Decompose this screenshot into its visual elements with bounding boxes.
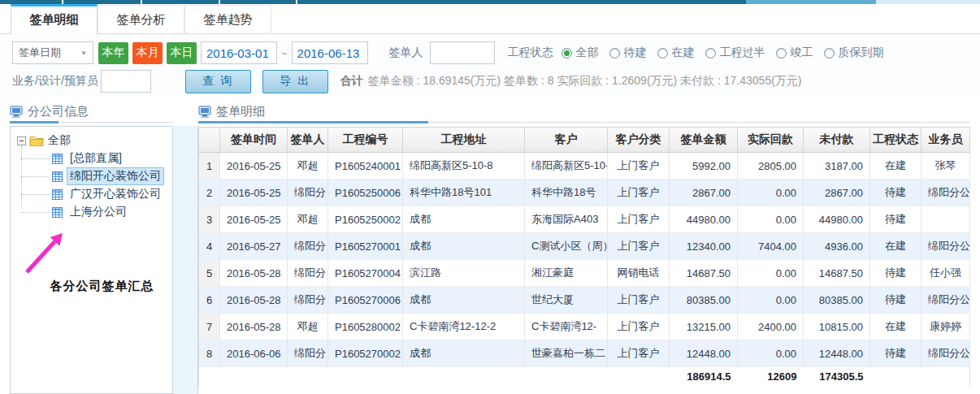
tree-item-company[interactable]: [总部直属] [21,149,172,167]
status-radio-option[interactable]: 在建 [657,45,695,60]
cell-signed-amount: 12448.00 [670,340,738,367]
cell-received: 7404.00 [738,233,804,260]
tree-root-all[interactable]: 全部 [48,133,71,148]
table-body: 1 2016-05-25 邓超 P1605240001 绵阳高新区5-10-8 … [199,153,970,367]
staff-input[interactable] [101,70,151,93]
signer-input[interactable] [430,41,495,64]
cell-project-no: P1605270001 [328,233,403,260]
cell-sign-date: 2016-05-28 [220,314,288,340]
col-signed-amount[interactable]: 签单金额 [670,128,738,153]
status-label: 工程状态 [508,45,553,60]
sidebar-title-text: 分公司信息 [28,104,89,119]
tree-item-company[interactable]: 广汉开心装饰公司 [21,185,172,203]
table-row[interactable]: 3 2016-05-25 邓超 P1605250002 成都 东海国际A403 … [199,206,970,233]
table-row[interactable]: 7 2016-05-28 邓超 P1605280002 C卡碧南湾12-12-2… [199,314,970,340]
summary-total-label: 合计 [340,74,363,89]
status-radio-option[interactable]: 竣工 [776,45,813,60]
col-unpaid[interactable]: 未付款 [804,128,870,153]
cell-sign-date: 2016-05-25 [220,206,288,233]
table-icon [52,154,63,164]
tab-sign-detail[interactable]: 签单明细 [11,4,98,34]
col-salesperson[interactable]: 业务员 [921,128,970,153]
table-row[interactable]: 1 2016-05-25 邓超 P1605240001 绵阳高新区5-10-8 … [199,153,970,180]
status-radio-option[interactable]: 待建 [609,45,647,60]
status-radio-option[interactable]: 工程过半 [705,45,765,60]
cell-salesperson: 张琴 [921,153,970,180]
table-row[interactable]: 5 2016-05-28 绵阳分 P1605270004 滨江路 湘江豪庭 网销… [199,260,970,287]
cell-customer-type: 上门客户 [608,287,670,314]
cell-signer: 邓超 [288,314,328,340]
cell-signed-amount: 14687.50 [670,260,738,287]
status-radio-option[interactable]: 质保到期 [824,45,884,60]
cell-rownum: 4 [199,233,220,260]
radio-dot [564,50,570,56]
date-type-label: 签单日期 [19,45,61,60]
col-customer-type[interactable]: 客户分类 [608,128,670,153]
radio-icon [562,48,572,58]
cell-project-address: C卡碧南湾12-12-2 [403,314,525,340]
cell-customer: 湘江豪庭 [525,260,608,287]
table-row[interactable]: 8 2016-06-06 绵阳分 P1605270002 成都 世豪嘉柏一栋二 … [199,340,970,367]
tab-sign-trend[interactable]: 签单趋势 [184,5,271,33]
table-row[interactable]: 6 2016-05-28 绵阳分 P1605270006 成都 世纪大厦 上门客… [199,287,970,314]
cell-signer: 邓超 [288,153,328,180]
tab-sign-analysis[interactable]: 签单分析 [98,5,184,33]
date-to-input[interactable] [292,41,368,64]
cell-received: 0.00 [738,180,804,206]
cell-project-address: 成都 [403,340,525,367]
query-button[interactable]: 查 询 [185,70,251,93]
table-header-row: 签单时间 签单人 工程编号 工程地址 客户 客户分类 签单金额 实际回款 未付款… [199,128,970,153]
date-from-input[interactable] [201,41,277,64]
col-customer[interactable]: 客户 [525,128,608,153]
table-icon [52,207,63,218]
cell-salesperson [921,206,970,233]
cell-salesperson: 绵阳分公 [921,287,970,314]
cell-rownum: 2 [199,180,220,206]
table-icon [52,189,63,200]
cell-signed-amount: 80385.00 [670,287,738,314]
cell-sign-date: 2016-05-28 [220,287,288,314]
cell-sign-date: 2016-05-25 [220,153,288,180]
main-panel-title: 签单明细 [198,101,969,123]
cell-customer-type: 上门客户 [608,233,670,260]
cell-salesperson: 康婷婷 [921,314,970,340]
col-project-status[interactable]: 工程状态 [870,128,921,153]
tree-collapse-toggle[interactable] [17,136,26,145]
cell-rownum: 5 [199,260,220,287]
tree-item-company[interactable]: 绵阳开心装饰公司 [21,167,172,185]
tab-bar: 签单明细 签单分析 签单趋势 [0,4,980,34]
this-year-button[interactable]: 本年 [98,42,128,64]
table-row[interactable]: 4 2016-05-27 绵阳分 P1605270001 成都 C测试小区（周）… [199,233,970,260]
cell-project-address: 绵阳高新区5-10-8 [403,153,525,180]
cell-project-status: 待建 [870,180,921,206]
main-title-text: 签单明细 [216,104,265,119]
this-month-button[interactable]: 本月 [132,42,163,64]
cell-project-address: 成都 [403,287,525,314]
table-icon [52,171,63,182]
col-project-no[interactable]: 工程编号 [328,128,403,153]
date-type-select[interactable]: 签单日期 ▼ [12,41,93,64]
col-received[interactable]: 实际回款 [738,128,804,153]
status-radio-label: 在建 [672,45,695,60]
cell-customer-type: 上门客户 [608,340,670,367]
status-radio-label: 全部 [576,45,599,60]
totals-row: 186914.5 12609 174305.5 [199,367,970,387]
cell-customer-type: 上门客户 [608,206,670,233]
col-sign-date[interactable]: 签单时间 [220,128,288,153]
cell-signed-amount: 5992.00 [670,153,738,180]
col-signer[interactable]: 签单人 [288,128,328,153]
cell-received: 2400.00 [738,314,804,340]
cell-unpaid: 44980.00 [804,206,870,233]
status-radio-group: 全部 待建 在建 工程过半 [562,45,895,60]
this-day-button[interactable]: 本日 [167,42,197,64]
export-button[interactable]: 导 出 [262,70,328,93]
range-separator: ~ [281,47,288,59]
cell-customer: 绵阳高新区5-10- [525,153,608,180]
table-row[interactable]: 2 2016-05-25 绵阳分 P1605250006 科华中路18号101 … [199,180,970,206]
tree-item-company[interactable]: 上海分公司 [21,203,172,221]
col-project-address[interactable]: 工程地址 [403,128,525,153]
status-radio-label: 质保到期 [839,45,884,60]
chevron-down-icon: ▼ [80,50,87,57]
radio-icon [776,48,787,58]
status-radio-option[interactable]: 全部 [562,45,599,60]
